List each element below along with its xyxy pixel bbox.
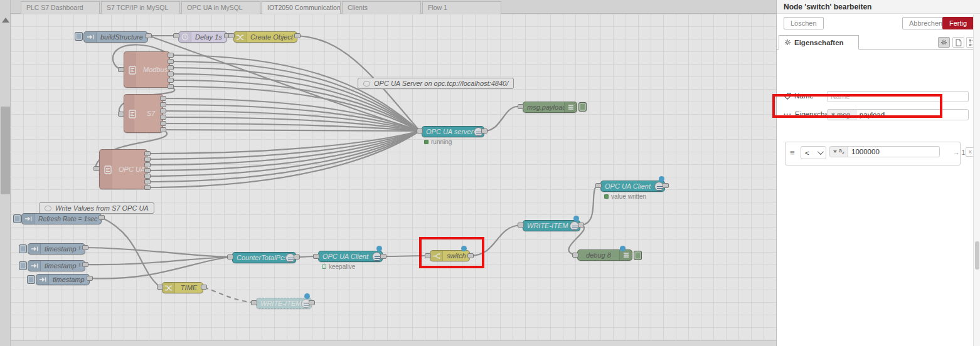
node-s7[interactable]: S7: [124, 94, 163, 133]
node-delay-1s[interactable]: Delay 1s: [178, 31, 227, 43]
port[interactable]: [417, 128, 423, 134]
scrollbar-thumb[interactable]: [1, 107, 10, 194]
inject-trigger-button[interactable]: [13, 214, 21, 223]
tab-clients[interactable]: Clients: [342, 1, 421, 14]
rule-value-input[interactable]: [848, 148, 939, 155]
port[interactable]: [99, 215, 105, 220]
port[interactable]: [572, 253, 578, 258]
port[interactable]: [144, 151, 151, 156]
port[interactable]: [144, 179, 151, 184]
node-time[interactable]: TIME: [162, 282, 203, 293]
port[interactable]: [173, 33, 179, 38]
port[interactable]: [168, 78, 174, 83]
node-write-item-disabled[interactable]: WRITE-ITEM: [256, 298, 312, 309]
port[interactable]: [518, 223, 524, 228]
node-timestamp-3[interactable]: timestamp: [36, 274, 90, 285]
port[interactable]: [227, 254, 233, 260]
tab-flow1[interactable]: Flow 1: [422, 1, 501, 14]
port[interactable]: [294, 254, 300, 260]
port[interactable]: [294, 33, 301, 38]
operator-select[interactable]: <: [801, 146, 826, 159]
tab-iot2050-communication[interactable]: IOT2050 Communication Ex: [262, 1, 341, 14]
inject-trigger-button[interactable]: [75, 32, 83, 41]
property-type-button[interactable]: msg.: [828, 110, 856, 120]
port[interactable]: [595, 183, 602, 188]
horizontal-scrollbar[interactable]: [11, 340, 776, 346]
port[interactable]: [160, 108, 166, 113]
port[interactable]: [93, 166, 100, 171]
port[interactable]: [160, 127, 166, 132]
flow-canvas[interactable]: OPC UA Server on opc.tcp://localhost:484…: [11, 14, 776, 340]
node-opcua-client-top[interactable]: OPC UA Client: [600, 181, 665, 192]
port[interactable]: [160, 102, 166, 107]
rule-type-button[interactable]: az: [830, 147, 848, 157]
node-opcua-server[interactable]: OPC UA server: [422, 126, 484, 137]
inject-trigger-button[interactable]: [27, 275, 35, 284]
port[interactable]: [87, 276, 93, 281]
node-write-item[interactable]: WRITE-ITEM: [523, 220, 580, 231]
port[interactable]: [251, 300, 257, 305]
port[interactable]: [663, 183, 669, 188]
done-button[interactable]: Fertig: [942, 17, 974, 29]
description-view-button[interactable]: [952, 37, 964, 48]
node-opcua-client-mid[interactable]: OPC UA Client: [318, 251, 383, 262]
node-msg-payload[interactable]: msg.payload: [523, 102, 577, 113]
panel-scrollbar[interactable]: [973, 14, 980, 346]
port[interactable]: [168, 65, 174, 70]
port[interactable]: [82, 262, 88, 267]
port[interactable]: [228, 33, 235, 38]
tab-s7-tcpip-mysql[interactable]: S7 TCP/IP in MySQL: [101, 1, 180, 14]
port[interactable]: [82, 245, 88, 250]
node-timestamp-1[interactable]: timestamp ¹: [28, 243, 85, 254]
node-modbus[interactable]: Modbus: [124, 51, 170, 88]
properties-view-button[interactable]: [938, 37, 950, 48]
port[interactable]: [144, 174, 151, 179]
tab-properties[interactable]: Eigenschaften: [779, 35, 859, 50]
port[interactable]: [168, 84, 174, 89]
port[interactable]: [160, 115, 166, 120]
tab-opcua-mysql[interactable]: OPC UA in MySQL: [181, 1, 260, 14]
port[interactable]: [168, 59, 174, 64]
palette-scrollbar[interactable]: [0, 0, 11, 346]
port[interactable]: [144, 157, 151, 162]
scrollbar-thumb[interactable]: [975, 241, 979, 270]
port[interactable]: [481, 128, 487, 134]
drag-handle-icon[interactable]: ≡: [790, 149, 795, 157]
delete-button[interactable]: Löschen: [784, 17, 824, 29]
tab-plc-s7-dashboard[interactable]: PLC S7 Dashboard: [21, 1, 100, 14]
port[interactable]: [118, 67, 124, 72]
node-debug8[interactable]: debug 8: [577, 249, 632, 261]
debug-toggle-button[interactable]: [634, 251, 642, 260]
port[interactable]: [118, 112, 124, 117]
port[interactable]: [425, 253, 431, 258]
port[interactable]: [160, 121, 166, 126]
port[interactable]: [144, 185, 151, 190]
node-buildstructure[interactable]: buildStructure ¹: [83, 31, 148, 43]
node-refresh-rate[interactable]: Refresh Rate = 1sec ↻: [21, 213, 102, 224]
port[interactable]: [518, 104, 524, 109]
comment-node-write[interactable]: Write Values from S7 OPC UA: [39, 202, 154, 214]
node-switch[interactable]: switch: [430, 250, 470, 261]
inject-trigger-button[interactable]: [19, 261, 27, 270]
comment-node-server[interactable]: OPC UA Server on opc.tcp://localhost:484…: [358, 78, 514, 89]
debug-toggle-button[interactable]: [578, 102, 587, 112]
port[interactable]: [313, 254, 319, 259]
inject-trigger-button[interactable]: [19, 244, 27, 253]
port[interactable]: [380, 254, 386, 259]
port[interactable]: [144, 162, 151, 167]
port[interactable]: [467, 253, 474, 258]
port[interactable]: [144, 168, 151, 173]
port[interactable]: [309, 300, 315, 305]
port[interactable]: [201, 285, 207, 290]
port[interactable]: [578, 223, 584, 228]
node-countertotalpcs[interactable]: CounterTotalPcs: [232, 252, 296, 263]
port[interactable]: [168, 71, 174, 76]
port[interactable]: [157, 285, 163, 290]
node-create-object[interactable]: Create Object: [233, 31, 297, 43]
node-opc-ua[interactable]: OPC UA: [99, 149, 147, 189]
scroll-up-icon[interactable]: [2, 18, 9, 23]
port[interactable]: [146, 33, 152, 38]
name-input[interactable]: [828, 93, 968, 100]
port[interactable]: [168, 53, 174, 58]
property-input[interactable]: [856, 111, 968, 118]
